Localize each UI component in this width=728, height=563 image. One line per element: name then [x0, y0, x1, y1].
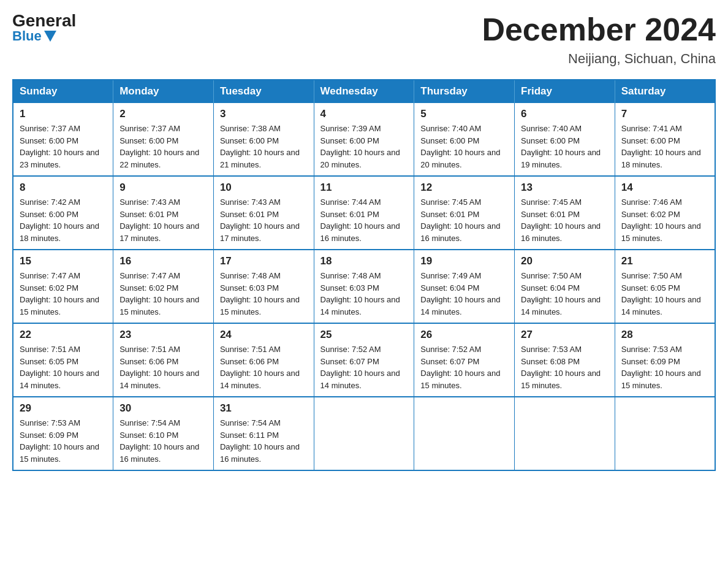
- day-number: 19: [420, 255, 508, 267]
- day-info: Sunrise: 7:54 AMSunset: 6:11 PMDaylight:…: [220, 418, 300, 464]
- calendar-cell: 12Sunrise: 7:45 AMSunset: 6:01 PMDayligh…: [414, 176, 515, 250]
- header-thursday: Thursday: [414, 80, 515, 103]
- day-number: 18: [320, 255, 408, 267]
- day-info: Sunrise: 7:44 AMSunset: 6:01 PMDaylight:…: [320, 197, 400, 243]
- calendar-table: SundayMondayTuesdayWednesdayThursdayFrid…: [12, 79, 716, 471]
- day-info: Sunrise: 7:51 AMSunset: 6:05 PMDaylight:…: [20, 345, 99, 390]
- calendar-cell: 20Sunrise: 7:50 AMSunset: 6:04 PMDayligh…: [515, 250, 615, 323]
- calendar-week-row: 22Sunrise: 7:51 AMSunset: 6:05 PMDayligh…: [13, 323, 715, 397]
- day-number: 8: [20, 182, 107, 194]
- day-info: Sunrise: 7:38 AMSunset: 6:00 PMDaylight:…: [220, 124, 300, 169]
- day-number: 2: [119, 108, 207, 120]
- calendar-cell: 30Sunrise: 7:54 AMSunset: 6:10 PMDayligh…: [113, 397, 214, 470]
- day-info: Sunrise: 7:39 AMSunset: 6:00 PMDaylight:…: [320, 124, 400, 169]
- calendar-cell: 23Sunrise: 7:51 AMSunset: 6:06 PMDayligh…: [113, 323, 214, 397]
- day-info: Sunrise: 7:40 AMSunset: 6:00 PMDaylight:…: [420, 124, 500, 169]
- day-info: Sunrise: 7:53 AMSunset: 6:08 PMDaylight:…: [521, 345, 601, 390]
- day-info: Sunrise: 7:49 AMSunset: 6:04 PMDaylight:…: [420, 271, 500, 316]
- day-number: 23: [119, 329, 207, 341]
- day-number: 28: [621, 329, 708, 341]
- day-number: 4: [320, 108, 408, 120]
- calendar-cell: 5Sunrise: 7:40 AMSunset: 6:00 PMDaylight…: [414, 103, 515, 177]
- day-info: Sunrise: 7:46 AMSunset: 6:02 PMDaylight:…: [621, 197, 701, 243]
- header-saturday: Saturday: [615, 80, 715, 103]
- day-info: Sunrise: 7:43 AMSunset: 6:01 PMDaylight:…: [119, 197, 199, 243]
- calendar-cell: 27Sunrise: 7:53 AMSunset: 6:08 PMDayligh…: [515, 323, 615, 397]
- day-number: 3: [220, 108, 308, 120]
- calendar-cell: 19Sunrise: 7:49 AMSunset: 6:04 PMDayligh…: [414, 250, 515, 323]
- day-info: Sunrise: 7:43 AMSunset: 6:01 PMDaylight:…: [220, 197, 300, 243]
- logo-triangle-icon: [44, 31, 56, 42]
- day-info: Sunrise: 7:41 AMSunset: 6:00 PMDaylight:…: [621, 124, 701, 169]
- calendar-header-row: SundayMondayTuesdayWednesdayThursdayFrid…: [13, 80, 715, 103]
- day-number: 27: [521, 329, 609, 341]
- day-number: 29: [20, 402, 107, 415]
- calendar-cell: [615, 397, 715, 470]
- day-number: 6: [521, 108, 609, 120]
- header-wednesday: Wednesday: [314, 80, 414, 103]
- calendar-cell: 22Sunrise: 7:51 AMSunset: 6:05 PMDayligh…: [13, 323, 113, 397]
- day-number: 30: [119, 402, 207, 415]
- day-info: Sunrise: 7:50 AMSunset: 6:05 PMDaylight:…: [621, 271, 701, 316]
- calendar-cell: 28Sunrise: 7:53 AMSunset: 6:09 PMDayligh…: [615, 323, 715, 397]
- header-tuesday: Tuesday: [213, 80, 314, 103]
- day-info: Sunrise: 7:40 AMSunset: 6:00 PMDaylight:…: [521, 124, 601, 169]
- day-info: Sunrise: 7:42 AMSunset: 6:00 PMDaylight:…: [20, 197, 99, 243]
- day-info: Sunrise: 7:50 AMSunset: 6:04 PMDaylight:…: [521, 271, 601, 316]
- day-number: 26: [420, 329, 508, 341]
- day-info: Sunrise: 7:53 AMSunset: 6:09 PMDaylight:…: [20, 418, 99, 464]
- day-number: 1: [20, 108, 107, 120]
- day-info: Sunrise: 7:52 AMSunset: 6:07 PMDaylight:…: [420, 345, 500, 390]
- calendar-cell: 9Sunrise: 7:43 AMSunset: 6:01 PMDaylight…: [113, 176, 214, 250]
- logo: General Blue: [12, 12, 76, 43]
- day-info: Sunrise: 7:53 AMSunset: 6:09 PMDaylight:…: [621, 345, 701, 390]
- calendar-cell: 17Sunrise: 7:48 AMSunset: 6:03 PMDayligh…: [213, 250, 314, 323]
- calendar-cell: [515, 397, 615, 470]
- location-subtitle: Neijiang, Sichuan, China: [482, 51, 716, 67]
- day-number: 7: [621, 108, 708, 120]
- logo-general-text: General: [12, 12, 76, 29]
- calendar-cell: 15Sunrise: 7:47 AMSunset: 6:02 PMDayligh…: [13, 250, 113, 323]
- day-number: 25: [320, 329, 408, 341]
- day-number: 10: [220, 182, 308, 194]
- day-number: 11: [320, 182, 408, 194]
- calendar-week-row: 8Sunrise: 7:42 AMSunset: 6:00 PMDaylight…: [13, 176, 715, 250]
- calendar-cell: 11Sunrise: 7:44 AMSunset: 6:01 PMDayligh…: [314, 176, 414, 250]
- logo-blue-text: Blue: [12, 29, 56, 43]
- calendar-cell: 13Sunrise: 7:45 AMSunset: 6:01 PMDayligh…: [515, 176, 615, 250]
- day-info: Sunrise: 7:51 AMSunset: 6:06 PMDaylight:…: [220, 345, 300, 390]
- day-number: 31: [220, 402, 308, 415]
- calendar-week-row: 15Sunrise: 7:47 AMSunset: 6:02 PMDayligh…: [13, 250, 715, 323]
- day-info: Sunrise: 7:45 AMSunset: 6:01 PMDaylight:…: [420, 197, 500, 243]
- day-number: 20: [521, 255, 609, 267]
- day-info: Sunrise: 7:47 AMSunset: 6:02 PMDaylight:…: [20, 271, 99, 316]
- day-number: 22: [20, 329, 107, 341]
- day-number: 16: [119, 255, 207, 267]
- calendar-week-row: 29Sunrise: 7:53 AMSunset: 6:09 PMDayligh…: [13, 397, 715, 470]
- calendar-cell: 29Sunrise: 7:53 AMSunset: 6:09 PMDayligh…: [13, 397, 113, 470]
- day-info: Sunrise: 7:45 AMSunset: 6:01 PMDaylight:…: [521, 197, 601, 243]
- day-number: 12: [420, 182, 508, 194]
- calendar-cell: 8Sunrise: 7:42 AMSunset: 6:00 PMDaylight…: [13, 176, 113, 250]
- calendar-cell: 10Sunrise: 7:43 AMSunset: 6:01 PMDayligh…: [213, 176, 314, 250]
- calendar-cell: 14Sunrise: 7:46 AMSunset: 6:02 PMDayligh…: [615, 176, 715, 250]
- calendar-cell: 7Sunrise: 7:41 AMSunset: 6:00 PMDaylight…: [615, 103, 715, 177]
- day-number: 5: [420, 108, 508, 120]
- page-title: December 2024: [482, 12, 716, 47]
- calendar-cell: [314, 397, 414, 470]
- day-number: 13: [521, 182, 609, 194]
- day-number: 15: [20, 255, 107, 267]
- day-number: 24: [220, 329, 308, 341]
- calendar-cell: 3Sunrise: 7:38 AMSunset: 6:00 PMDaylight…: [213, 103, 314, 177]
- day-info: Sunrise: 7:51 AMSunset: 6:06 PMDaylight:…: [119, 345, 199, 390]
- day-number: 21: [621, 255, 708, 267]
- calendar-cell: 16Sunrise: 7:47 AMSunset: 6:02 PMDayligh…: [113, 250, 214, 323]
- day-info: Sunrise: 7:48 AMSunset: 6:03 PMDaylight:…: [220, 271, 300, 316]
- calendar-cell: 24Sunrise: 7:51 AMSunset: 6:06 PMDayligh…: [213, 323, 314, 397]
- day-info: Sunrise: 7:37 AMSunset: 6:00 PMDaylight:…: [20, 124, 99, 169]
- calendar-cell: 25Sunrise: 7:52 AMSunset: 6:07 PMDayligh…: [314, 323, 414, 397]
- day-info: Sunrise: 7:54 AMSunset: 6:10 PMDaylight:…: [119, 418, 199, 464]
- calendar-cell: 1Sunrise: 7:37 AMSunset: 6:00 PMDaylight…: [13, 103, 113, 177]
- day-number: 14: [621, 182, 708, 194]
- calendar-week-row: 1Sunrise: 7:37 AMSunset: 6:00 PMDaylight…: [13, 103, 715, 177]
